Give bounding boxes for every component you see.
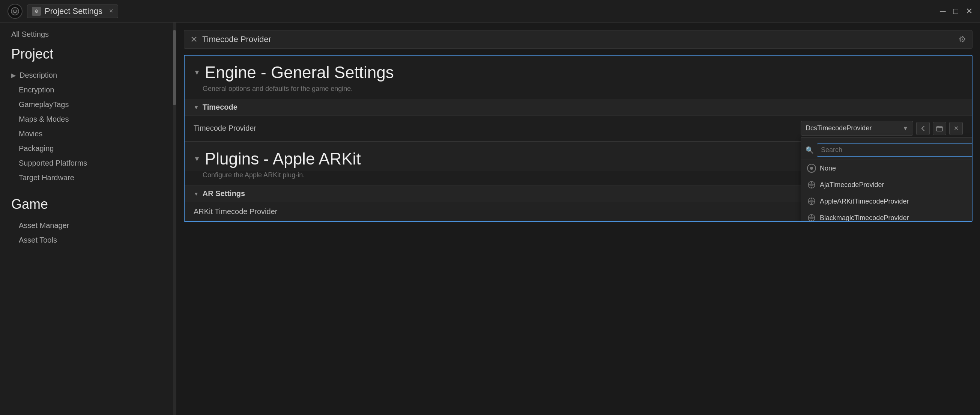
svg-point-15 [810,216,813,219]
svg-point-19 [813,217,815,219]
maximize-button[interactable]: □ [953,6,958,16]
game-section-title: Game [11,196,165,212]
svg-point-11 [811,203,812,205]
sidebar-scrollbar[interactable] [173,22,176,415]
timecode-provider-row: Timecode Provider DcsTimecodeProvider ▼ … [185,116,972,141]
dropdown-item-label: None [820,164,836,172]
sidebar-item-asset-manager[interactable]: Asset Manager [11,218,165,233]
svg-point-12 [808,201,810,202]
timecode-provider-label: Timecode Provider [194,124,801,132]
sidebar-item-packaging[interactable]: Packaging [11,141,165,156]
svg-point-3 [810,183,813,186]
sidebar-item-label: Asset Tools [19,236,57,244]
sidebar-item-label: Encryption [19,86,54,94]
engine-section-desc: General options and defaults for the gam… [185,85,972,99]
dropdown-item-aja[interactable]: AjaTimecodeProvider [801,177,972,193]
sidebar-item-description[interactable]: ▶ Description [11,68,165,83]
dropdown-item-none[interactable]: None [801,160,972,177]
sidebar-item-label: Packaging [19,144,54,153]
ue-logo: U [8,4,22,19]
engine-section-title: Engine - General Settings [205,63,394,82]
sidebar-item-supported-platforms[interactable]: Supported Platforms [11,156,165,171]
provider-icon [807,180,816,189]
sidebar-item-maps-modes[interactable]: Maps & Modes [11,112,165,126]
sidebar-item-label: Description [19,71,57,80]
svg-point-6 [808,184,810,185]
sidebar-item-movies[interactable]: Movies [11,126,165,141]
sidebar-item-encryption[interactable]: Encryption [11,83,165,97]
clear-selection-button[interactable]: ✕ [949,122,963,135]
dropdown-menu: 🔍 ⚙ None [801,137,972,222]
svg-point-18 [808,217,810,219]
search-input[interactable] [817,144,972,156]
main-layout: All Settings Project ▶ Description Encry… [0,22,980,415]
sidebar-scrollbar-thumb [173,30,176,105]
title-bar-left: U ⚙ Project Settings × [8,4,118,19]
arkit-timecode-label: ARKit Timecode Provider [194,208,277,215]
sidebar-item-target-hardware[interactable]: Target Hardware [11,171,165,185]
dropdown-item-label: AjaTimecodeProvider [820,181,884,189]
dropdown-item-blackmagic[interactable]: BlackmagicTimecodeProvider [801,209,972,222]
svg-point-9 [810,200,813,203]
svg-point-4 [811,181,812,183]
svg-point-17 [811,220,812,221]
svg-point-5 [811,187,812,188]
sidebar-item-label: GameplayTags [19,100,68,109]
path-gear-button[interactable]: ⚙ [959,35,966,44]
browse-folder-button[interactable] [933,122,946,135]
dropdown-item-label: AppleARKitTimecodeProvider [820,198,909,206]
search-icon: 🔍 [805,146,814,154]
sidebar: All Settings Project ▶ Description Encry… [0,22,177,415]
svg-point-7 [813,184,815,185]
plugins-collapse-arrow-icon[interactable]: ▼ [194,155,200,163]
sidebar-item-label: Asset Manager [19,221,69,230]
tab-title: Project Settings [45,6,102,16]
sidebar-item-label: Maps & Modes [19,115,68,124]
dropdown-arrow-icon: ▼ [902,125,908,132]
dropdown-item-label: BlackmagicTimecodeProvider [820,214,909,222]
timecode-provider-control: DcsTimecodeProvider ▼ 🔍 ⚙ [801,121,963,136]
timecode-subsection-header: ▼ Timecode [185,99,972,116]
sidebar-item-asset-tools[interactable]: Asset Tools [11,233,165,247]
sidebar-item-label: Target Hardware [19,174,74,182]
sidebar-item-label: Movies [19,129,42,138]
engine-section-header: ▼ Engine - General Settings [185,56,972,85]
path-bar: ✕ Timecode Provider ⚙ [184,30,972,49]
content-area: ✕ Timecode Provider ⚙ ▼ Engine - General… [177,22,980,415]
close-window-button[interactable]: ✕ [966,6,972,16]
path-text: Timecode Provider [202,35,954,44]
timecode-provider-dropdown[interactable]: DcsTimecodeProvider ▼ [801,121,913,136]
dropdown-selected-value: DcsTimecodeProvider [805,124,899,132]
dropdown-container: DcsTimecodeProvider ▼ 🔍 ⚙ [801,121,913,136]
radio-icon [807,164,816,173]
sidebar-item-label: Supported Platforms [19,159,87,168]
expand-arrow-icon: ▶ [11,72,16,79]
sidebar-item-gameplaytags[interactable]: GameplayTags [11,97,165,112]
provider-icon [807,213,816,222]
provider-icon [807,197,816,206]
timecode-subsection-title: Timecode [203,103,237,112]
ar-collapse-arrow-icon[interactable]: ▼ [194,191,199,197]
svg-text:U: U [13,9,16,14]
svg-point-13 [813,201,815,202]
navigate-back-button[interactable] [916,122,930,135]
tab[interactable]: ⚙ Project Settings × [27,5,118,18]
minimize-button[interactable]: ─ [940,6,946,16]
title-bar: U ⚙ Project Settings × ─ □ ✕ [0,0,980,22]
dropdown-search-bar: 🔍 ⚙ [801,140,972,160]
settings-content: ▼ Engine - General Settings General opti… [184,55,972,222]
path-close-button[interactable]: ✕ [190,34,198,45]
svg-point-16 [811,214,812,216]
ar-subsection-title: AR Settings [203,189,245,198]
tab-icon: ⚙ [32,7,41,16]
section-collapse-arrow-icon[interactable]: ▼ [194,69,200,77]
svg-point-10 [811,198,812,200]
all-settings-link[interactable]: All Settings [11,30,165,39]
dropdown-item-arkit[interactable]: AppleARKitTimecodeProvider [801,193,972,209]
tab-close-button[interactable]: × [109,7,113,15]
plugins-section-title: Plugins - Apple ARKit [205,150,361,168]
timecode-collapse-arrow-icon[interactable]: ▼ [194,104,199,110]
project-section-title: Project [11,46,165,62]
window-controls: ─ □ ✕ [940,6,972,16]
